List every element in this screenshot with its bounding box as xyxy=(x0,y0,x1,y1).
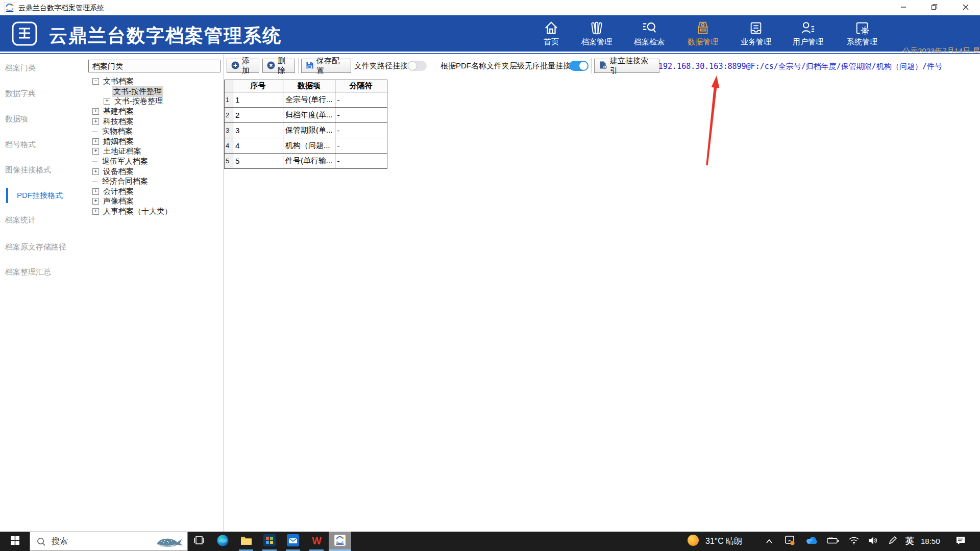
restore-button[interactable] xyxy=(922,0,946,15)
expand-icon[interactable]: + xyxy=(92,148,99,155)
battery-icon[interactable] xyxy=(827,532,839,551)
save-icon xyxy=(306,61,314,71)
row-number: 1 xyxy=(225,92,233,108)
tree-node-6[interactable]: 实物档案 xyxy=(88,127,221,137)
tree-node-7[interactable]: +婚姻档案 xyxy=(88,137,221,147)
pdf-batch-toggle[interactable] xyxy=(569,61,589,71)
cell-separator[interactable]: - xyxy=(335,154,387,169)
svg-text:W: W xyxy=(312,535,322,546)
tree-node-9[interactable]: 退伍军人档案 xyxy=(88,157,221,167)
wifi-icon[interactable] xyxy=(848,532,860,551)
delete-button[interactable]: 删除 xyxy=(262,59,295,73)
table-row[interactable]: 22归档年度(单...- xyxy=(225,108,387,123)
taskbar-app-wps[interactable]: W xyxy=(305,532,328,551)
table-row[interactable]: 44机构（问题...- xyxy=(225,138,387,154)
taskbar-app-task-view[interactable] xyxy=(188,532,210,551)
folder-path-toggle[interactable] xyxy=(407,61,427,71)
ime-indicator[interactable]: 英 xyxy=(905,532,914,551)
taskbar-search-input[interactable]: 搜索 xyxy=(30,532,188,551)
expand-icon[interactable]: + xyxy=(92,108,99,115)
tree-connector xyxy=(92,131,98,132)
cell-data-item[interactable]: 机构（问题... xyxy=(283,138,335,154)
taskbar-app-edge[interactable] xyxy=(211,532,234,551)
expand-icon[interactable]: + xyxy=(92,118,99,125)
cell-data-item[interactable]: 全宗号(单行... xyxy=(283,92,335,108)
tree-node-label: 会计档案 xyxy=(102,186,135,197)
tree-node-12[interactable]: +会计档案 xyxy=(88,187,221,197)
cell-separator[interactable]: - xyxy=(335,123,387,138)
expand-icon[interactable]: + xyxy=(92,198,99,205)
nav-item-business-mgmt[interactable]: 业务管理 xyxy=(733,19,779,50)
weather-icon[interactable] xyxy=(687,532,700,551)
expand-icon[interactable]: + xyxy=(92,138,99,145)
pen-icon[interactable] xyxy=(888,532,897,551)
tree-node-5[interactable]: +科技档案 xyxy=(88,116,221,127)
tree-node-4[interactable]: +基建档案 xyxy=(88,107,221,117)
sidebar-item-6[interactable]: PDF挂接格式 xyxy=(0,190,63,201)
taskbar-app-archive-app[interactable] xyxy=(329,532,351,551)
security-tray-icon[interactable] xyxy=(784,532,795,551)
tree-node-3[interactable]: +文书-按卷整理 xyxy=(88,96,221,107)
taskbar-app-file-explorer[interactable] xyxy=(235,532,257,551)
cell-separator[interactable]: - xyxy=(335,138,387,154)
cell-seq[interactable]: 3 xyxy=(233,123,283,138)
expand-icon[interactable]: + xyxy=(104,98,110,105)
active-indicator-bar xyxy=(6,188,8,203)
table-row[interactable]: 33保管期限(单...- xyxy=(225,123,387,138)
sidebar-item-4[interactable]: 档号格式 xyxy=(0,139,36,150)
table-row[interactable]: 55件号(单行输...- xyxy=(225,154,387,169)
cell-separator[interactable]: - xyxy=(335,108,387,123)
sidebar-item-2[interactable]: 数据字典 xyxy=(0,88,36,99)
tree-node-13[interactable]: +声像档案 xyxy=(88,196,221,207)
nav-item-data-mgmt[interactable]: 数据管理 xyxy=(680,19,726,50)
cell-data-item[interactable]: 保管期限(单... xyxy=(283,123,335,138)
cell-seq[interactable]: 4 xyxy=(233,138,283,154)
hidden-icons-chevron[interactable] xyxy=(766,532,773,551)
expand-icon[interactable]: + xyxy=(92,208,99,215)
tree-node-2[interactable]: 文书-按件整理 xyxy=(88,87,221,97)
minimize-button[interactable] xyxy=(892,0,915,15)
taskbar-app-store[interactable] xyxy=(258,532,281,551)
sidebar-item-8[interactable]: 档案原文存储路径 xyxy=(0,241,66,253)
save-config-button[interactable]: 保存配置 xyxy=(301,59,351,73)
nav-label: 系统管理 xyxy=(839,37,885,47)
sidebar-item-7[interactable]: 档案统计 xyxy=(0,214,36,226)
nav-item-archive-mgmt[interactable]: 档案管理 xyxy=(574,19,620,50)
nav-item-archive-search[interactable]: 档案检索 xyxy=(626,19,672,50)
cell-seq[interactable]: 5 xyxy=(233,154,283,169)
nav-item-home[interactable]: 首页 xyxy=(528,19,574,50)
cell-data-item[interactable]: 归档年度(单... xyxy=(283,108,335,123)
tree-node-11[interactable]: 经济合同档案 xyxy=(88,177,221,187)
brand-logo-icon xyxy=(11,21,38,46)
nav-item-system-mgmt[interactable]: 系统管理 xyxy=(839,19,885,50)
build-link-index-button[interactable]: 建立挂接索引 xyxy=(594,59,659,73)
sidebar-item-5[interactable]: 图像挂接格式 xyxy=(0,164,51,176)
cell-seq[interactable]: 1 xyxy=(233,92,283,108)
add-button[interactable]: 添加 xyxy=(227,59,259,73)
link-path-text[interactable]: 192.168.30.163:8899@F:/cs/全宗号/归档年度/保管期限/… xyxy=(658,62,942,71)
close-button[interactable] xyxy=(951,0,980,15)
cell-data-item[interactable]: 件号(单行输... xyxy=(283,154,335,169)
collapse-icon[interactable]: − xyxy=(92,78,99,85)
weather-temp[interactable]: 31°C 晴朗 xyxy=(705,532,742,551)
volume-icon[interactable] xyxy=(868,532,878,551)
start-button[interactable] xyxy=(0,532,30,551)
cloud-sync-icon[interactable] xyxy=(805,532,819,551)
clock[interactable]: 18:50 xyxy=(921,532,940,551)
sidebar-item-9[interactable]: 档案整理汇总 xyxy=(0,266,51,278)
tree-node-10[interactable]: +设备档案 xyxy=(88,166,221,177)
notification-center-icon[interactable] xyxy=(955,532,966,551)
cell-separator[interactable]: - xyxy=(335,92,387,108)
sidebar-item-3[interactable]: 数据项 xyxy=(0,113,28,124)
taskbar-app-mail[interactable] xyxy=(282,532,304,551)
nav-item-user-mgmt[interactable]: 用户管理 xyxy=(785,19,831,50)
cell-seq[interactable]: 2 xyxy=(233,108,283,123)
expand-icon[interactable]: + xyxy=(92,168,99,175)
tree-node-label: 设备档案 xyxy=(102,166,135,177)
sidebar-item-1[interactable]: 档案门类 xyxy=(0,62,36,73)
tree-node-8[interactable]: +土地证档案 xyxy=(88,146,221,157)
tree-node-1[interactable]: −文书档案 xyxy=(88,77,221,87)
tree-node-14[interactable]: +人事档案（十大类） xyxy=(88,207,221,217)
table-row[interactable]: 11全宗号(单行...- xyxy=(225,92,387,108)
expand-icon[interactable]: + xyxy=(92,188,99,195)
